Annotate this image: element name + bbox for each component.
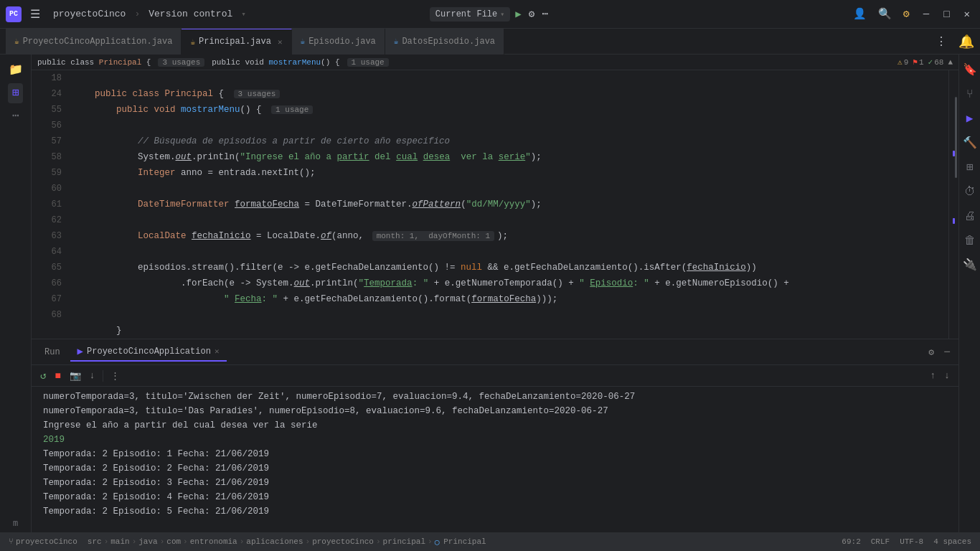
run-output[interactable]: numeroTemporada=3, titulo='Zwischen der … — [32, 387, 958, 532]
profile-icon[interactable]: 👤 — [851, 5, 869, 23]
java-file-icon: ☕ — [190, 37, 195, 47]
current-file-button[interactable]: Current File ▾ — [430, 7, 510, 22]
errors-num: 1 — [919, 58, 924, 67]
run-app-icon: ▶ — [77, 345, 83, 357]
tab-episodio[interactable]: ☕ Episodio.java — [292, 29, 385, 55]
run-panel-controls: ⚙ ─ — [925, 345, 958, 359]
output-line: Temporada: 2 Episodio: 2 Fecha: 21/06/20… — [43, 461, 953, 476]
git-branch-item[interactable]: ⑂ proyectoCinco — [6, 537, 80, 546]
tab-label: Episodio.java — [308, 37, 376, 47]
java-label: java — [138, 537, 157, 546]
bottom-sidebar-icon[interactable]: m — [9, 515, 22, 532]
folder-icon[interactable]: 📁 — [4, 60, 27, 80]
run-panel-tabs: Run ▶ ProyectoCincoApplication ✕ ⚙ ─ — [32, 339, 958, 365]
screenshot-button[interactable]: 📷 — [67, 369, 84, 383]
plugin-icon[interactable]: 🔌 — [958, 255, 981, 276]
titlebar: PC ☰ proyectoCinco › Version control ▾ C… — [0, 0, 980, 29]
expand-icon[interactable]: ▲ — [948, 58, 953, 67]
git-icon: ⑂ — [9, 537, 14, 546]
run-panel-settings-icon[interactable]: ⚙ — [925, 345, 937, 359]
run-button[interactable]: ▶ — [513, 6, 523, 22]
more-actions-button[interactable]: ⋯ — [540, 5, 550, 23]
current-file-dropdown-icon: ▾ — [500, 10, 504, 19]
output-line: Ingrese el año a partir del cual desea v… — [43, 418, 953, 433]
encoding[interactable]: UTF-8 — [897, 537, 926, 546]
src-label: src — [88, 537, 102, 546]
notifications-icon[interactable]: 🔔 — [953, 34, 980, 50]
errors-count: ⚑ 1 — [913, 57, 923, 67]
output-line: Temporada: 2 Episodio: 3 Fecha: 21/06/20… — [43, 476, 953, 490]
run-app-close-icon[interactable]: ✕ — [215, 347, 220, 356]
code-content[interactable]: public class Principal { 3 usages public… — [67, 70, 948, 339]
git-icon[interactable]: ⑂ — [962, 85, 978, 105]
debug-button[interactable]: ⚙ — [527, 6, 537, 22]
main-layout: 📁 ⊞ ⋯ m public class Principal { 3 usage… — [0, 55, 980, 532]
output-line-input: 2019 — [43, 433, 953, 447]
more-run-options-button[interactable]: ⋮ — [108, 369, 123, 383]
scroll-down-button[interactable]: ↓ — [941, 369, 953, 382]
output-line: Temporada: 2 Episodio: 5 Fecha: 21/06/20… — [43, 504, 953, 519]
tab-label: DatosEpisodio.java — [402, 37, 495, 47]
stop-button[interactable]: ■ — [52, 369, 63, 383]
search-icon[interactable]: 🔍 — [876, 5, 894, 23]
run-side-icon[interactable]: ▶ — [962, 109, 978, 129]
statusbar: ⑂ proyectoCinco src › main › java › com … — [0, 532, 980, 551]
editor-tabs: ☕ ProyectoCincoApplication.java ☕ Princi… — [0, 29, 980, 55]
minimize-button[interactable]: ─ — [919, 7, 933, 22]
left-sidebar: 📁 ⊞ ⋯ m — [0, 55, 32, 532]
right-sidebar: 🔖 ⑂ ▶ 🔨 ⊞ ⏱ 🖨 🗑 🔌 — [958, 55, 980, 532]
editor-scrollbar[interactable] — [948, 70, 958, 339]
com-label: com — [166, 537, 181, 546]
version-control-menu[interactable]: Version control — [144, 7, 237, 21]
scroll-up-button[interactable]: ↑ — [927, 369, 938, 382]
bookmark-icon[interactable]: 🔖 — [958, 60, 981, 80]
tab-label: Principal.java — [199, 37, 271, 47]
tab-label: ProyectoCincoApplication.java — [23, 37, 173, 47]
class-label: Principal — [443, 537, 486, 546]
maximize-button[interactable]: □ — [939, 7, 953, 22]
main-label: main — [110, 537, 129, 546]
scrollbar-marker2 — [953, 218, 955, 224]
output-line: Temporada: 2 Episodio: 4 Fecha: 21/06/20… — [43, 490, 953, 504]
project-name: proyectoCinco — [16, 537, 77, 546]
method-usages-badge: 1 usage — [347, 58, 389, 67]
trash-icon[interactable]: 🗑 — [960, 231, 980, 251]
breadcrumb[interactable]: src › main › java › com › entronomia › a… — [85, 537, 489, 547]
line-ending[interactable]: CRLF — [868, 537, 892, 546]
class-usages-badge: 3 usages — [158, 58, 204, 67]
settings-icon[interactable]: ⚙ — [901, 5, 912, 23]
tabs-more-icon[interactable]: ⋮ — [930, 34, 953, 49]
scrollbar-track — [955, 97, 957, 177]
tab-proyectocincoapplication[interactable]: ☕ ProyectoCincoApplication.java — [6, 29, 182, 55]
hamburger-menu[interactable]: ☰ — [26, 6, 44, 23]
run-toolbar: ↺ ■ 📷 ↓ ⋮ ↑ ↓ — [32, 365, 958, 387]
current-file-label: Current File — [435, 9, 497, 19]
class-name-label: ◯ — [435, 537, 440, 547]
rerun-button[interactable]: ↺ — [37, 368, 49, 383]
entronomia-label: entronomia — [190, 537, 237, 546]
project-name[interactable]: proyectoCinco — [49, 7, 130, 21]
run-app-tab[interactable]: ▶ ProyectoCincoApplication ✕ — [70, 342, 227, 362]
output-line: numeroTemporada=3, titulo='Zwischen der … — [43, 390, 953, 404]
history-icon[interactable]: ⏱ — [960, 182, 980, 202]
tab-datosepisodio[interactable]: ☕ DatosEpisodio.java — [385, 29, 504, 55]
indentation[interactable]: 4 spaces — [930, 537, 974, 546]
cursor-position[interactable]: 69:2 — [839, 537, 863, 546]
terminal-icon[interactable]: ⊞ — [962, 158, 978, 178]
run-app-label: ProyectoCincoApplication — [87, 347, 211, 357]
run-panel: Run ▶ ProyectoCincoApplication ✕ ⚙ ─ ↺ ■… — [32, 339, 958, 532]
tab-principal[interactable]: ☕ Principal.java ✕ — [182, 29, 291, 55]
more-sidebar-icon[interactable]: ⋯ — [8, 106, 24, 126]
modules-icon[interactable]: ⊞ — [8, 83, 24, 103]
close-button[interactable]: ✕ — [960, 6, 974, 22]
run-panel-minimize-icon[interactable]: ─ — [941, 345, 953, 359]
build-icon[interactable]: 🔨 — [958, 133, 981, 154]
scroll-to-end-button[interactable]: ↓ — [87, 369, 98, 382]
tab-close-icon[interactable]: ✕ — [278, 37, 283, 47]
method-label: public void mostrarMenu() { — [212, 58, 339, 67]
editor-area: public class Principal { 3 usages public… — [32, 55, 958, 532]
print-icon[interactable]: 🖨 — [960, 207, 980, 227]
line-numbers: 18 24 55 56 57 58 59 60 61 62 63 64 65 6… — [32, 70, 67, 339]
toolbar-separator — [103, 370, 103, 382]
run-tab[interactable]: Run — [37, 343, 67, 362]
